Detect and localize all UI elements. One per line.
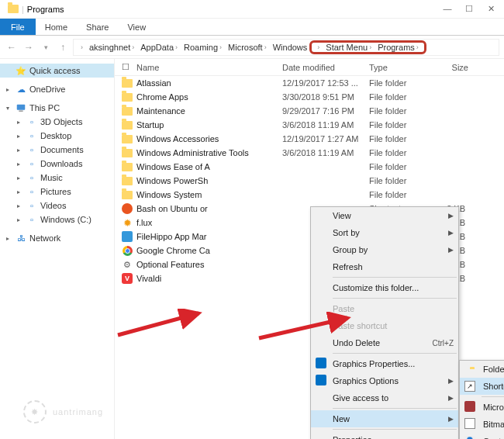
file-row[interactable]: Windows SystemFile folder [115, 188, 504, 202]
titlebar: | Programs — ☐ ✕ [0, 0, 504, 19]
file-name: Maintenance [136, 106, 282, 116]
menu-item[interactable]: Refresh [311, 258, 458, 275]
menu-item-label: View [333, 211, 351, 220]
file-type: File folder [369, 92, 430, 102]
network-icon: 🖧 [16, 233, 26, 244]
tree-network[interactable]: ▸🖧Network [0, 231, 114, 245]
file-row[interactable]: Atlassian12/19/2017 12:53 ...File folder [115, 76, 504, 90]
menu-item-label: Customize this folder... [333, 283, 419, 292]
ribbon-tab-share[interactable]: Share [77, 19, 118, 35]
intel-icon [314, 358, 328, 370]
file-type: File folder [369, 176, 430, 185]
file-row[interactable]: Windows Administrative Tools3/6/2018 11:… [115, 146, 504, 160]
file-row[interactable]: Windows Ease of AFile folder [115, 160, 504, 174]
flux-icon: ✹ [118, 217, 136, 229]
file-row[interactable]: Maintenance9/29/2017 7:16 PMFile folder [115, 104, 504, 118]
ribbon-file[interactable]: File [0, 19, 36, 35]
menu-item[interactable]: View▶ [311, 207, 458, 224]
maximize-button[interactable]: ☐ [459, 2, 479, 16]
crumb[interactable]: Start Menu› [323, 43, 375, 52]
tree-this-pc[interactable]: ▾This PC [0, 101, 114, 115]
col-size[interactable]: Size [430, 63, 468, 72]
menu-item[interactable]: Give access to▶ [311, 389, 458, 406]
file-row[interactable]: Windows Accessories12/19/2017 1:27 AMFil… [115, 132, 504, 146]
file-name: FileHippo App Mar [136, 232, 282, 241]
tree-node[interactable]: ▸▫Documents [0, 143, 114, 157]
chrome-icon [118, 246, 136, 256]
submenu-arrow-icon: ▶ [448, 415, 454, 423]
folder-icon [118, 163, 136, 171]
menu-item[interactable]: New▶ [311, 410, 458, 427]
menu-item[interactable]: Bitmap image [460, 416, 504, 433]
menu-item-label: Refresh [333, 262, 363, 271]
menu-item[interactable]: Folder [460, 361, 504, 378]
folder-icon [8, 4, 19, 15]
submenu-arrow-icon: ▶ [448, 229, 454, 237]
ribbon-tab-view[interactable]: View [118, 19, 155, 35]
crumb[interactable]: Microsoft› [226, 43, 271, 52]
tree-node[interactable]: ▸▫Windows (C:) [0, 213, 114, 226]
file-type: File folder [369, 162, 430, 171]
tree-node[interactable]: ▸▫Pictures [0, 185, 114, 199]
menu-separator [333, 429, 457, 430]
folder-icon [118, 107, 136, 116]
menu-item[interactable]: Customize this folder... [311, 279, 458, 296]
col-type[interactable]: Type [369, 63, 430, 72]
tree-quick-access[interactable]: ⭐Quick access [0, 64, 114, 78]
menu-item[interactable]: Microsoft Access Database [460, 399, 504, 416]
menu-item-label: Shortcut [483, 382, 504, 391]
nav-history[interactable]: ▾ [39, 43, 53, 51]
cloud-icon: ☁ [16, 84, 26, 95]
close-button[interactable]: ✕ [481, 2, 501, 16]
nav-up[interactable]: ↑ [56, 42, 70, 53]
bitmap-icon [463, 418, 477, 430]
ribbon-tab-home[interactable]: Home [36, 19, 77, 35]
tree-node[interactable]: ▸▫Desktop [0, 129, 114, 143]
nav-back[interactable]: ← [5, 42, 19, 53]
file-date: 3/30/2018 9:51 PM [282, 92, 369, 102]
crumb[interactable]: Programs› [375, 43, 423, 52]
file-type: File folder [369, 190, 430, 199]
submenu-arrow-icon: ▶ [448, 212, 454, 220]
menu-item[interactable]: Group by▶ [311, 241, 458, 258]
menu-item[interactable]: Graphics Properties... [311, 355, 458, 372]
file-row[interactable]: Startup3/6/2018 11:19 AMFile folder [115, 118, 504, 132]
menu-item[interactable]: Undo DeleteCtrl+Z [311, 334, 458, 351]
file-type: File folder [369, 78, 430, 88]
file-row[interactable]: Chrome Apps3/30/2018 9:51 PMFile folder [115, 90, 504, 104]
menu-item-label: Sort by [333, 228, 360, 237]
nav-bar: ← → ▾ ↑ › aksinghnet› AppData› Roaming› … [0, 36, 504, 59]
tree-node[interactable]: ▸▫3D Objects [0, 115, 114, 129]
tree-node[interactable]: ▸▫Videos [0, 199, 114, 213]
menu-separator [333, 353, 457, 354]
col-name[interactable]: Name [136, 63, 282, 72]
folder-icon [118, 149, 136, 157]
crumb[interactable]: aksinghnet› [87, 43, 138, 52]
menu-item: Paste shortcut [311, 317, 458, 334]
drive-icon: ▫ [26, 214, 37, 225]
nav-forward[interactable]: → [22, 42, 36, 53]
crumb[interactable]: AppData› [138, 43, 181, 52]
menu-item[interactable]: Properties [311, 431, 458, 439]
file-name: Windows System [136, 190, 282, 199]
tree-node[interactable]: ▸▫Downloads [0, 157, 114, 171]
file-type: File folder [369, 106, 430, 116]
menu-item-label: Group by [333, 245, 368, 254]
select-all-checkbox[interactable]: ☐ [115, 62, 136, 72]
menu-item[interactable]: Graphics Options▶ [311, 372, 458, 389]
minimize-button[interactable]: — [437, 2, 457, 16]
col-date[interactable]: Date modified [282, 63, 369, 72]
star-icon: ⭐ [16, 65, 26, 76]
window-title: Programs [27, 5, 64, 14]
menu-separator [482, 396, 504, 397]
crumb[interactable]: Windows [271, 43, 310, 52]
menu-item[interactable]: 👤Contact [460, 433, 504, 439]
file-row[interactable]: Windows PowerShFile folder [115, 174, 504, 188]
file-name: Windows PowerSh [136, 176, 282, 185]
menu-item[interactable]: Sort by▶ [311, 224, 458, 241]
tree-node[interactable]: ▸▫Music [0, 171, 114, 185]
menu-item[interactable]: ↗Shortcut [460, 378, 504, 395]
crumb[interactable]: Roaming› [181, 43, 226, 52]
breadcrumb[interactable]: › aksinghnet› AppData› Roaming› Microsof… [73, 39, 499, 56]
tree-onedrive[interactable]: ▸☁OneDrive [0, 82, 114, 96]
